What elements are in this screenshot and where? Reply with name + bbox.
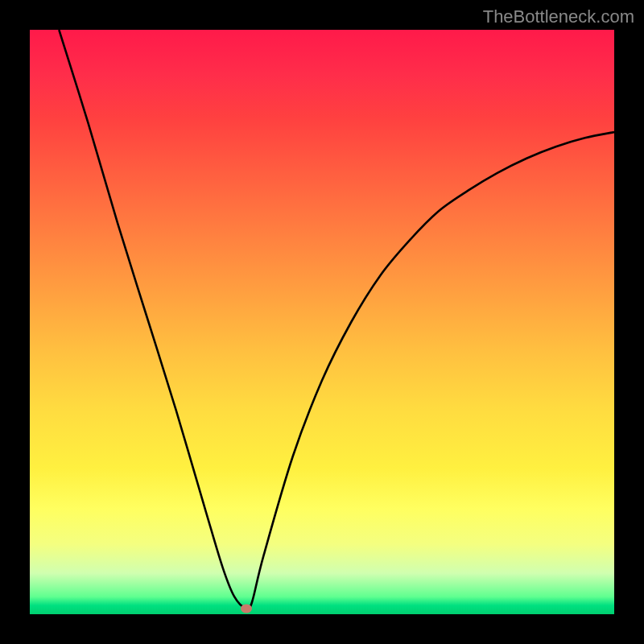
minimum-marker xyxy=(241,604,252,613)
plot-area xyxy=(30,30,614,614)
bottleneck-curve xyxy=(59,30,614,609)
curve-svg xyxy=(30,30,614,614)
chart-container: TheBottleneck.com xyxy=(0,0,644,644)
attribution-label: TheBottleneck.com xyxy=(483,6,634,27)
